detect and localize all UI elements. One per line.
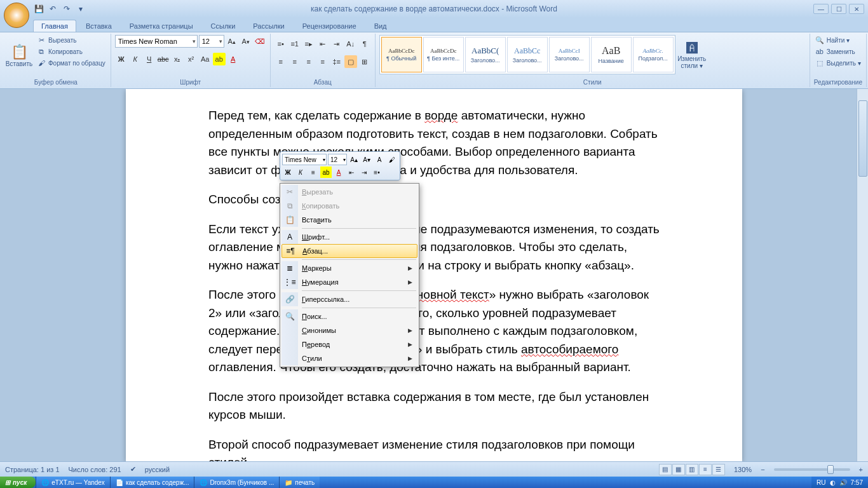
multilevel-button[interactable]: ≡▸ — [302, 37, 315, 50]
view-web-icon[interactable]: ▥ — [686, 464, 698, 475]
cut-button[interactable]: ✂Вырезать — [36, 35, 107, 45]
context--[interactable]: ≣Маркеры▶ — [281, 261, 417, 275]
format-painter-button[interactable]: 🖌Формат по образцу — [36, 58, 107, 68]
paste-button[interactable]: 📋 Вставить — [5, 35, 33, 76]
redo-icon[interactable]: ↷ — [61, 3, 72, 15]
subscript-button[interactable]: x₂ — [171, 53, 184, 65]
task-item-4[interactable]: 📁печать — [279, 477, 320, 488]
context--[interactable]: 📋Вставить — [281, 213, 417, 227]
shading-button[interactable]: ▢ — [344, 55, 357, 68]
view-fullscreen-icon[interactable]: ▦ — [672, 464, 685, 475]
highlight-button[interactable]: ab — [213, 53, 226, 65]
mini-font-combo[interactable]: Times New — [282, 154, 327, 165]
undo-icon[interactable]: ↶ — [47, 3, 58, 15]
mini-italic-icon[interactable]: К — [295, 166, 306, 178]
zoom-thumb[interactable] — [827, 465, 834, 474]
mini-center-icon[interactable]: ≡ — [308, 166, 319, 178]
start-button[interactable]: ⊞пуск — [0, 477, 36, 488]
shrink-font-button[interactable]: A▾ — [240, 35, 252, 48]
grow-font-button[interactable]: A▴ — [226, 35, 238, 48]
tab-view[interactable]: Вид — [366, 20, 395, 32]
zoom-slider[interactable] — [774, 468, 850, 471]
context--[interactable]: Стили▶ — [281, 351, 417, 365]
mini-styles-icon[interactable]: A — [374, 154, 385, 165]
tab-mailings[interactable]: Рассылки — [245, 20, 292, 32]
task-item-2[interactable]: 📄как сделать содерж... — [110, 477, 194, 488]
minimize-button[interactable]: — — [813, 4, 829, 14]
style-title[interactable]: AaBНазвание — [591, 37, 632, 72]
increase-indent-button[interactable]: ⇥ — [330, 37, 343, 50]
view-outline-icon[interactable]: ≡ — [699, 464, 712, 475]
task-item-3[interactable]: 🌐Dronx3m (Бунчиков ... — [194, 477, 279, 488]
status-language[interactable]: русский — [145, 466, 170, 473]
clear-format-button[interactable]: ⌫ — [254, 35, 266, 48]
page[interactable]: Перед тем, как сделать содержание в ворд… — [126, 89, 742, 461]
mini-shrink-icon[interactable]: A▾ — [361, 154, 372, 165]
mini-grow-icon[interactable]: A▴ — [348, 154, 360, 165]
context--[interactable]: 🔍Поиск... — [281, 309, 417, 323]
zoom-in-button[interactable]: + — [859, 466, 863, 473]
office-button[interactable] — [4, 3, 29, 28]
show-marks-button[interactable]: ¶ — [358, 37, 371, 50]
context--[interactable]: AШрифт... — [281, 230, 417, 244]
tray-icon[interactable]: ◐ — [830, 479, 836, 486]
style-heading3[interactable]: AaBbCcIЗаголово... — [549, 37, 590, 72]
italic-button[interactable]: К — [129, 53, 142, 65]
align-left-button[interactable]: ≡ — [275, 55, 287, 68]
numbering-button[interactable]: ≡1 — [288, 37, 301, 50]
view-print-icon[interactable]: ▤ — [659, 464, 672, 475]
save-icon[interactable]: 💾 — [33, 3, 44, 15]
task-item-1[interactable]: 🌐eTXT.ru — Yandex — [36, 477, 110, 488]
context--[interactable]: 🔗Гиперссылка... — [281, 292, 417, 306]
status-page[interactable]: Страница: 1 из 1 — [5, 466, 60, 473]
status-words[interactable]: Число слов: 291 — [69, 466, 121, 473]
superscript-button[interactable]: x² — [185, 53, 198, 65]
zoom-level[interactable]: 130% — [734, 466, 752, 473]
strike-button[interactable]: abc — [157, 53, 170, 65]
mini-highlight-icon[interactable]: ab — [320, 166, 332, 178]
mini-bold-icon[interactable]: Ж — [282, 166, 294, 178]
context--[interactable]: Синонимы▶ — [281, 323, 417, 337]
tray-icon[interactable]: 🔊 — [839, 479, 847, 486]
context--[interactable]: ⋮≡Нумерация▶ — [281, 275, 417, 289]
context--[interactable]: ≡¶Абзац... — [281, 244, 417, 258]
tray-lang[interactable]: RU — [817, 479, 825, 486]
style-normal[interactable]: AaBbCcDc¶ Обычный — [381, 37, 422, 72]
maximize-button[interactable]: ☐ — [831, 4, 846, 14]
align-center-button[interactable]: ≡ — [288, 55, 301, 68]
select-button[interactable]: ⬚Выделить ▾ — [814, 58, 862, 68]
style-no-spacing[interactable]: AaBbCcDc¶ Без инте... — [423, 37, 464, 72]
close-button[interactable]: ✕ — [849, 4, 864, 14]
styles-gallery[interactable]: AaBbCcDc¶ Обычный AaBbCcDc¶ Без инте... … — [379, 35, 675, 74]
tab-references[interactable]: Ссылки — [203, 20, 244, 32]
change-case-button[interactable]: Aa — [199, 53, 212, 65]
font-name-combo[interactable]: Times New Roman — [115, 35, 198, 48]
tab-insert[interactable]: Вставка — [78, 20, 120, 32]
scroll-thumb[interactable] — [858, 100, 867, 177]
justify-button[interactable]: ≡ — [316, 55, 329, 68]
zoom-out-button[interactable]: − — [761, 466, 764, 473]
mini-indent-inc-icon[interactable]: ⇥ — [358, 166, 370, 178]
bold-button[interactable]: Ж — [115, 53, 128, 65]
mini-size-combo[interactable]: 12 — [328, 154, 347, 165]
font-color-button[interactable]: A — [227, 53, 240, 65]
tray-clock[interactable]: 7:57 — [851, 479, 863, 486]
view-draft-icon[interactable]: ☰ — [712, 464, 725, 475]
style-heading1[interactable]: AaBbC(Заголово... — [465, 37, 506, 72]
tab-home[interactable]: Главная — [33, 20, 76, 32]
mini-bullets-icon[interactable]: ≡• — [371, 166, 383, 178]
vertical-scrollbar[interactable] — [857, 89, 868, 461]
tab-page-layout[interactable]: Разметка страницы — [121, 20, 201, 32]
underline-button[interactable]: Ч — [143, 53, 156, 65]
align-right-button[interactable]: ≡ — [302, 55, 315, 68]
mini-painter-icon[interactable]: 🖌 — [386, 154, 398, 165]
mini-color-icon[interactable]: A — [333, 166, 344, 178]
find-button[interactable]: 🔍Найти ▾ — [814, 35, 862, 45]
bullets-button[interactable]: ≡• — [275, 37, 287, 50]
replace-button[interactable]: abЗаменить — [814, 46, 862, 57]
mini-indent-dec-icon[interactable]: ⇤ — [346, 166, 357, 178]
style-heading2[interactable]: AaBbCcЗаголово... — [507, 37, 548, 72]
context--[interactable]: Перевод▶ — [281, 337, 417, 351]
style-subtitle[interactable]: AaBbCc.Подзагол... — [633, 37, 674, 72]
borders-button[interactable]: ⊞ — [358, 55, 371, 68]
